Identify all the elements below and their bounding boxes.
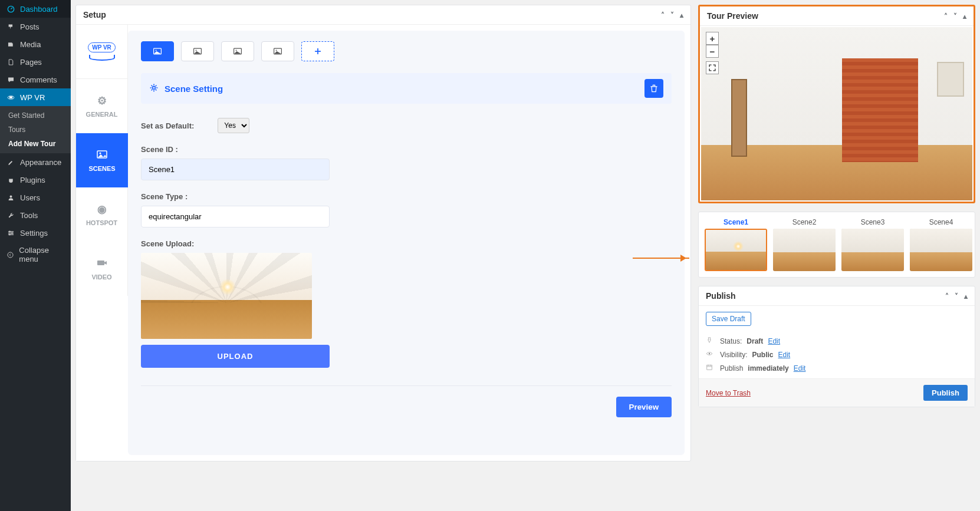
sidebar-item-dashboard[interactable]: Dashboard bbox=[0, 0, 71, 18]
tab-general[interactable]: ⚙ GENERAL bbox=[76, 79, 128, 133]
panel-toggle-icon[interactable]: ▴ bbox=[963, 12, 966, 21]
svg-rect-13 bbox=[97, 261, 104, 265]
sidebar-label: Tools bbox=[20, 211, 38, 220]
setup-title: Setup bbox=[83, 10, 106, 19]
scene-tab-1[interactable] bbox=[141, 41, 174, 61]
wpvr-submenu: Get Started Tours Add New Tour bbox=[0, 106, 71, 153]
submenu-get-started[interactable]: Get Started bbox=[0, 108, 71, 123]
sidebar-item-tools[interactable]: Tools bbox=[0, 206, 71, 224]
panel-toggle-icon[interactable]: ▴ bbox=[680, 11, 683, 19]
panel-toggle-icon[interactable]: ▴ bbox=[964, 292, 968, 301]
plugin-icon bbox=[6, 175, 15, 184]
sidebar-label: Settings bbox=[20, 229, 48, 238]
svg-point-8 bbox=[11, 232, 13, 234]
zoom-out-button[interactable]: − bbox=[706, 45, 719, 58]
scene-tab-3[interactable] bbox=[221, 41, 254, 61]
tab-video[interactable]: VIDEO bbox=[76, 242, 128, 296]
status-value: Draft bbox=[746, 337, 763, 345]
upload-button[interactable]: UPLOAD bbox=[141, 345, 330, 368]
default-select[interactable]: Yes bbox=[218, 118, 249, 133]
scene-setting-header: Scene Setting bbox=[141, 73, 672, 104]
panel-up-icon[interactable]: ˄ bbox=[945, 292, 949, 301]
svg-point-19 bbox=[236, 50, 237, 51]
tab-scenes[interactable]: SCENES bbox=[76, 133, 128, 187]
thumb-label-2: Scene2 bbox=[792, 218, 817, 226]
publish-title: Publish bbox=[706, 291, 736, 301]
svg-rect-24 bbox=[707, 365, 712, 370]
scene-tab-2[interactable] bbox=[181, 41, 214, 61]
sidebar-item-comments[interactable]: Comments bbox=[0, 71, 71, 88]
thumb-scene-4[interactable] bbox=[910, 229, 972, 271]
tour-preview-viewport[interactable]: + − bbox=[701, 27, 972, 200]
publish-button[interactable]: Publish bbox=[923, 385, 968, 401]
thumb-label-1: Scene1 bbox=[724, 218, 748, 226]
tab-label: SCENES bbox=[88, 165, 115, 172]
edit-status-link[interactable]: Edit bbox=[768, 337, 780, 345]
media-icon bbox=[6, 39, 15, 49]
trash-icon bbox=[649, 84, 659, 93]
logo-text: WP VR bbox=[88, 42, 116, 52]
scene-upload-label: Scene Upload: bbox=[141, 239, 672, 248]
gear-icon: ⚙ bbox=[97, 94, 107, 107]
thumb-scene-1[interactable] bbox=[705, 229, 767, 271]
sidebar-item-plugins[interactable]: Plugins bbox=[0, 171, 71, 189]
scene-upload-preview[interactable] bbox=[141, 253, 312, 339]
panel-down-icon[interactable]: ˅ bbox=[953, 12, 957, 21]
svg-point-10 bbox=[8, 252, 13, 257]
svg-point-7 bbox=[9, 230, 11, 232]
dashboard-icon bbox=[6, 4, 15, 14]
pin-icon bbox=[6, 22, 15, 31]
scene-tab-4[interactable] bbox=[261, 41, 294, 61]
sidebar-label: Plugins bbox=[20, 176, 45, 184]
fullscreen-button[interactable] bbox=[706, 61, 719, 74]
eye-icon bbox=[706, 350, 715, 359]
tour-preview-panel: Tour Preview ˄ ˅ ▴ + − bbox=[698, 5, 975, 203]
thumb-label-4: Scene4 bbox=[929, 218, 953, 226]
svg-point-15 bbox=[156, 50, 157, 51]
scene-setting-title: Scene Setting bbox=[165, 84, 223, 94]
panel-down-icon[interactable]: ˅ bbox=[955, 292, 958, 301]
panel-up-icon[interactable]: ˄ bbox=[944, 12, 948, 21]
scene-type-input[interactable] bbox=[141, 206, 330, 228]
submenu-tours[interactable]: Tours bbox=[0, 123, 71, 137]
sidebar-item-collapse[interactable]: Collapse menu bbox=[0, 242, 71, 268]
annotation-arrow bbox=[633, 258, 689, 259]
sidebar-item-wpvr[interactable]: WP VR bbox=[0, 88, 71, 106]
sidebar-item-settings[interactable]: Settings bbox=[0, 224, 71, 242]
sidebar-item-pages[interactable]: Pages bbox=[0, 53, 71, 71]
tab-label: GENERAL bbox=[86, 111, 118, 118]
visibility-value: Public bbox=[752, 351, 773, 359]
schedule-value: immediately bbox=[748, 364, 788, 372]
image-icon bbox=[96, 149, 108, 161]
scene-tab-add[interactable] bbox=[301, 41, 334, 61]
zoom-in-button[interactable]: + bbox=[706, 32, 719, 45]
scene-id-input[interactable] bbox=[141, 159, 330, 180]
brush-icon bbox=[6, 157, 15, 167]
panel-down-icon[interactable]: ˅ bbox=[670, 11, 674, 19]
svg-point-3 bbox=[9, 195, 12, 197]
sidebar-item-posts[interactable]: Posts bbox=[0, 18, 71, 35]
delete-scene-button[interactable] bbox=[644, 79, 663, 98]
edit-schedule-link[interactable]: Edit bbox=[794, 364, 806, 372]
pin-icon bbox=[706, 337, 715, 345]
sidebar-item-appearance[interactable]: Appearance bbox=[0, 153, 71, 171]
scene-thumbnails-panel: Scene1 Scene2 Scene3 Scene4 bbox=[698, 212, 975, 278]
wpvr-logo: WP VR bbox=[76, 25, 128, 79]
move-to-trash-link[interactable]: Move to Trash bbox=[706, 389, 751, 397]
edit-visibility-link[interactable]: Edit bbox=[778, 351, 790, 359]
thumb-scene-2[interactable] bbox=[773, 229, 836, 271]
sidebar-label: Appearance bbox=[20, 158, 61, 167]
tab-hotspot[interactable]: ◉ HOTSPOT bbox=[76, 187, 128, 242]
thumb-scene-3[interactable] bbox=[841, 229, 904, 271]
wrench-icon bbox=[6, 210, 15, 220]
default-label: Set as Default: bbox=[141, 121, 194, 130]
sidebar-item-users[interactable]: Users bbox=[0, 189, 71, 206]
svg-rect-2 bbox=[9, 96, 12, 98]
submenu-add-new-tour[interactable]: Add New Tour bbox=[0, 137, 71, 151]
svg-point-22 bbox=[153, 86, 156, 89]
save-draft-button[interactable]: Save Draft bbox=[706, 312, 751, 326]
sidebar-label: Pages bbox=[20, 58, 42, 67]
panel-up-icon[interactable]: ˄ bbox=[661, 11, 665, 19]
sidebar-item-media[interactable]: Media bbox=[0, 35, 71, 53]
preview-button[interactable]: Preview bbox=[616, 397, 672, 417]
